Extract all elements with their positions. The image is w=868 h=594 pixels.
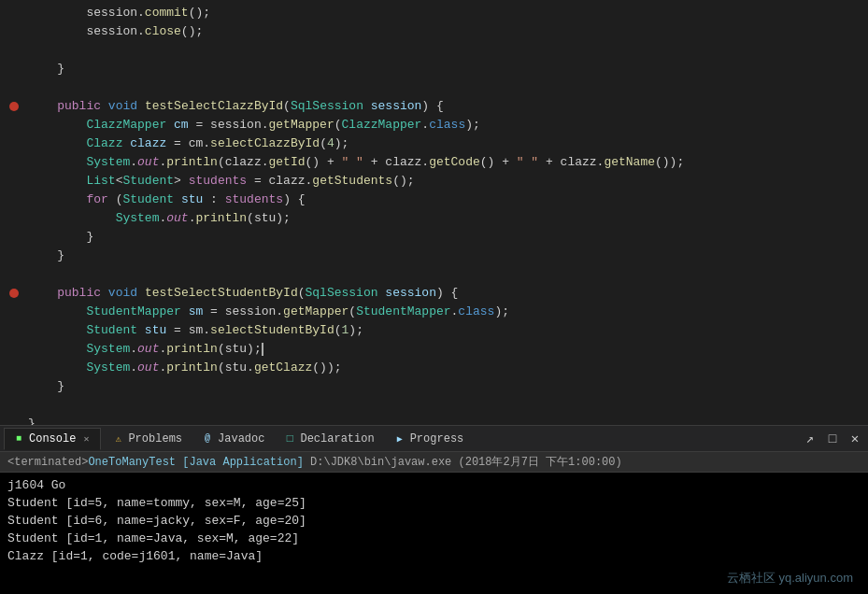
- code-line: Student stu = sm.selectStudentById(1);: [0, 321, 868, 340]
- code-line: session.close();: [0, 22, 868, 41]
- close-panel-btn[interactable]: ✕: [846, 430, 864, 448]
- tab-declaration[interactable]: □ Declaration: [275, 428, 382, 450]
- tab-progress-label: Progress: [410, 432, 464, 446]
- open-console-btn[interactable]: ↗: [801, 430, 819, 448]
- code-line: System.out.println(stu.getClazz());: [0, 359, 868, 377]
- tab-console-close[interactable]: ✕: [79, 432, 92, 446]
- tab-javadoc[interactable]: @ Javadoc: [192, 428, 273, 450]
- problems-icon: ⚠: [111, 432, 124, 446]
- tab-progress[interactable]: ▶ Progress: [385, 428, 473, 450]
- tab-problems-label: Problems: [128, 432, 182, 446]
- console-line: j1604 Go: [7, 476, 861, 494]
- code-line: [0, 265, 868, 284]
- console-app-name: OneToManyTest [Java Application]: [88, 456, 303, 469]
- tab-declaration-label: Declaration: [300, 432, 374, 446]
- watermark: 云栖社区 yq.aliyun.com: [727, 570, 853, 587]
- console-output-area[interactable]: j1604 Go Student [id=5, name=tommy, sex=…: [0, 473, 868, 594]
- console-status: <terminated>: [7, 456, 88, 469]
- code-line: session.commit();: [0, 4, 868, 22]
- code-line: System.out.println(clazz.getId() + " " +…: [0, 153, 868, 172]
- console-path: D:\JDK8\bin\javaw.exe (2018年2月7日 下午1:00:…: [304, 454, 622, 470]
- code-line-breakpoint: public void testSelectClazzById(SqlSessi…: [0, 97, 868, 116]
- code-line: }: [0, 247, 868, 265]
- console-output: j1604 Go Student [id=5, name=tommy, sex=…: [0, 473, 868, 569]
- code-line: }: [0, 415, 868, 425]
- code-line: [0, 78, 868, 97]
- bottom-panel: ■ Console ✕ ⚠ Problems @ Javadoc □ Decla…: [0, 425, 868, 594]
- console-line: Student [id=1, name=Java, sex=M, age=22]: [7, 530, 861, 547]
- code-editor[interactable]: session.commit(); session.close(); } pub…: [0, 0, 868, 425]
- code-line-breakpoint: public void testSelectStudentById(SqlSes…: [0, 284, 868, 303]
- console-icon: ■: [12, 432, 25, 446]
- console-tab-bar: ■ Console ✕ ⚠ Problems @ Javadoc □ Decla…: [0, 426, 868, 452]
- minimize-btn[interactable]: □: [823, 430, 842, 448]
- code-line: [0, 41, 868, 60]
- code-line: System.out.println(stu);: [0, 209, 868, 228]
- code-line: }: [0, 377, 868, 396]
- code-line: }: [0, 60, 868, 78]
- code-line: for (Student stu : students) {: [0, 191, 868, 209]
- javadoc-icon: @: [201, 432, 214, 446]
- code-line: StudentMapper sm = session.getMapper(Stu…: [0, 303, 868, 321]
- tab-javadoc-label: Javadoc: [218, 432, 264, 446]
- code-line: System.out.println(stu);: [0, 340, 868, 359]
- code-line: List<Student> students = clazz.getStuden…: [0, 172, 868, 191]
- code-line: ClazzMapper cm = session.getMapper(Clazz…: [0, 116, 868, 134]
- tab-problems[interactable]: ⚠ Problems: [103, 428, 191, 450]
- code-line: }: [0, 228, 868, 247]
- console-line: Clazz [id=1, code=j1601, name=Java]: [7, 547, 861, 565]
- progress-icon: ▶: [393, 432, 406, 446]
- console-line: Student [id=6, name=jacky, sex=F, age=20…: [7, 512, 861, 530]
- console-line: Student [id=5, name=tommy, sex=M, age=25…: [7, 494, 861, 512]
- code-line: [0, 396, 868, 415]
- declaration-icon: □: [283, 432, 296, 446]
- code-line: Clazz clazz = cm.selectClazzById(4);: [0, 134, 868, 153]
- tab-actions: ↗ □ ✕: [801, 430, 864, 448]
- console-header: <terminated> OneToManyTest [Java Applica…: [0, 452, 868, 473]
- tab-console[interactable]: ■ Console ✕: [4, 428, 101, 450]
- tab-console-label: Console: [29, 432, 76, 446]
